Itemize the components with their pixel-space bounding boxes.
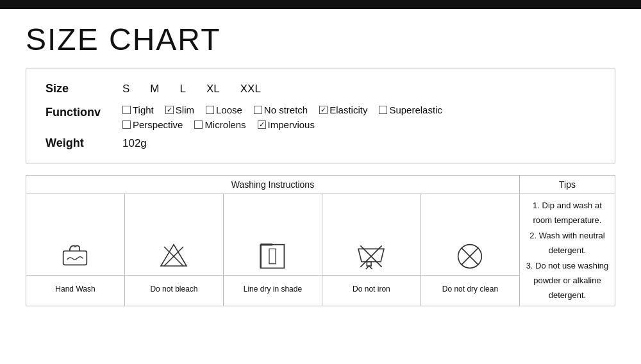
tip-2: 2. Wash with neutral detergent. (522, 228, 612, 258)
size-row: Size S M L XL XXL (46, 82, 595, 95)
func-slim: Slim (165, 104, 194, 115)
line-dry-shade-label: Line dry in shade (223, 275, 322, 306)
svg-rect-10 (367, 261, 372, 266)
size-xxl: XXL (240, 83, 261, 95)
tight-checkbox (122, 106, 131, 114)
weight-label: Weight (46, 136, 122, 150)
elasticity-checkbox (319, 106, 328, 114)
no-iron-label: Do not iron (322, 275, 420, 306)
line-dry-shade-icon-cell (223, 194, 322, 276)
no-iron-icon-area (325, 240, 418, 272)
function-row: Functionv Tight Slim Loose (46, 104, 595, 130)
line-dry-shade-icon-area (226, 240, 319, 272)
tip-1: 1. Dip and wash at room temperature. (522, 198, 612, 228)
loose-label: Loose (216, 104, 242, 115)
no-iron-icon (355, 240, 387, 272)
size-values: S M L XL XXL (122, 83, 261, 95)
loose-checkbox (206, 106, 214, 114)
weight-value: 102g (122, 137, 147, 150)
function-row-1: Tight Slim Loose No stretch (122, 104, 442, 115)
superelastic-checkbox (379, 106, 387, 114)
function-row-2: Perspective Microlens Impervious (122, 119, 442, 130)
func-impervious: Impervious (258, 119, 315, 130)
tips-cell: 1. Dip and wash at room temperature. 2. … (519, 194, 615, 306)
hand-wash-icon (59, 240, 91, 272)
size-m: M (150, 83, 159, 95)
svg-marker-9 (358, 249, 384, 261)
elasticity-label: Elasticity (329, 104, 367, 115)
func-superelastic: Superelastic (379, 104, 442, 115)
function-options: Tight Slim Loose No stretch (122, 104, 442, 130)
slim-checkbox (165, 106, 174, 114)
no-stretch-checkbox (254, 106, 262, 114)
size-chart-box: Size S M L XL XXL Functionv Tight (26, 69, 615, 163)
line-dry-shade-icon (256, 240, 288, 272)
top-bar (0, 0, 641, 9)
hand-wash-label: Hand Wash (26, 275, 125, 306)
no-stretch-label: No stretch (264, 104, 308, 115)
impervious-label: Impervious (268, 119, 315, 130)
superelastic-label: Superelastic (389, 104, 442, 115)
microlens-checkbox (194, 120, 203, 129)
page-title: SIZE CHART (26, 22, 615, 57)
no-dry-clean-label: Do not dry clean (420, 275, 519, 306)
impervious-checkbox (258, 120, 266, 129)
no-dry-clean-icon-cell (420, 194, 519, 276)
hand-wash-icon-area (29, 240, 122, 272)
svg-rect-0 (63, 251, 87, 265)
wash-table: Washing Instructions Tips (26, 175, 615, 306)
no-iron-icon-cell (322, 194, 420, 276)
func-tight: Tight (122, 104, 154, 115)
svg-rect-7 (269, 249, 276, 263)
svg-rect-4 (261, 245, 285, 269)
wash-header-left: Washing Instructions (26, 176, 520, 194)
func-perspective: Perspective (122, 119, 183, 130)
perspective-label: Perspective (133, 119, 183, 130)
size-s: S (122, 83, 129, 95)
func-elasticity: Elasticity (319, 104, 367, 115)
no-bleach-label: Do not bleach (124, 275, 223, 306)
no-dry-clean-icon-area (424, 240, 517, 272)
no-dry-clean-icon (454, 240, 486, 272)
size-xl: XL (206, 83, 220, 95)
tip-3: 3. Do not use washing powder or alkaline… (522, 258, 612, 303)
microlens-label: Microlens (204, 119, 246, 130)
func-no-stretch: No stretch (254, 104, 308, 115)
hand-wash-icon-cell (26, 194, 125, 276)
func-loose: Loose (206, 104, 242, 115)
weight-row: Weight 102g (46, 136, 595, 150)
tight-label: Tight (133, 104, 154, 115)
func-microlens: Microlens (194, 119, 246, 130)
slim-label: Slim (176, 104, 194, 115)
wash-header-right: Tips (519, 176, 615, 194)
no-bleach-icon-cell (124, 194, 223, 276)
function-label: Functionv (46, 104, 122, 119)
no-bleach-icon-area (128, 240, 221, 272)
size-l: L (180, 83, 186, 95)
wash-icons-row: 1. Dip and wash at room temperature. 2. … (26, 194, 615, 276)
no-bleach-icon (158, 240, 190, 272)
size-label: Size (46, 82, 122, 95)
perspective-checkbox (122, 120, 131, 129)
